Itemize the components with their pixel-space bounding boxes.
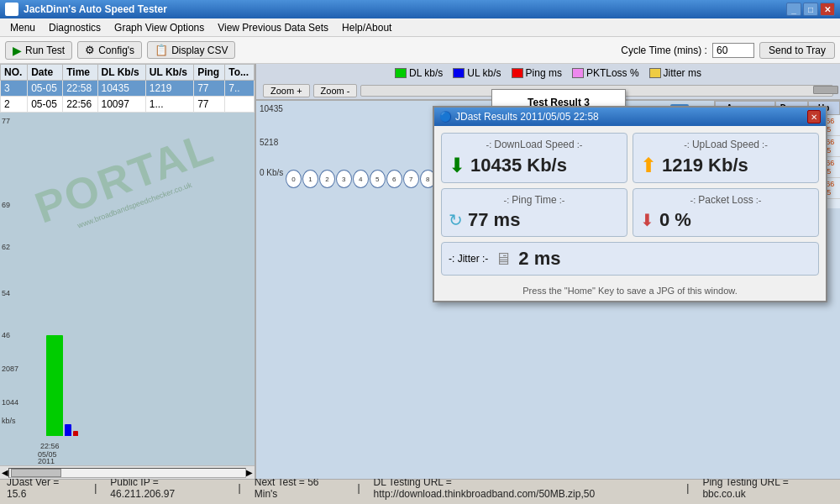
cell-dl: 10435 [97,81,145,97]
bar-ul [65,424,71,436]
cell-dl: 10097 [97,97,145,113]
cell-ping: 77 [194,81,225,97]
app-icon [5,3,18,16]
scroll-left-btn[interactable]: ◀ [2,468,8,477]
y-label-4: 54 [2,289,10,297]
legend-dl: DL kb/s [395,67,443,79]
menu-item-view-previous[interactable]: View Previous Data Sets [211,20,335,35]
status-dl-url: DL Testing URL = http://download.thinkbr… [374,476,674,500]
mini-bars [46,335,78,436]
legend-pkt-color [572,68,584,78]
configs-button[interactable]: ⚙ Config's [77,41,142,59]
menu-item-diagnostics[interactable]: Diagnostics [42,20,108,35]
left-mini-chart: 77 69 62 54 46 2087 1044 kb/s 22:56 05/0… [0,113,255,465]
hour-circle-3: 3 [336,170,352,188]
col-date: Date [28,65,63,81]
col-ul: UL Kb/s [145,65,193,81]
y-label-7: 1044 [2,398,18,407]
legend-pkt: PKTLoss % [572,67,639,79]
status-next-test: Next Test = 56 Min's [255,476,344,500]
csv-icon: 📋 [155,44,168,56]
jdast-pkt-value: 0 % [659,209,691,231]
ping-icon: ↻ [449,210,463,230]
cell-no: 3 [1,81,28,97]
jdast-popup: 🔵 JDast Results 2011/05/05 22:58 ✕ -: Do… [433,106,827,302]
jdast-title: JDast Results 2011/05/05 22:58 [455,111,807,123]
status-ping-url: Ping Testing URL = bbc.co.uk [702,476,833,500]
jdast-ul-value: 1219 Kb/s [662,155,748,176]
table-row[interactable]: 2 05-05 22:56 10097 1... 77 [1,97,255,113]
zoom-scroll-thumb[interactable] [813,86,838,94]
right-panel: Test Result 3 2011-05-05 @ 22:58 DL 1043… [256,64,840,479]
hour-circle-1: 1 [302,170,318,188]
left-panel: NO. Date Time DL Kb/s UL Kb/s Ping To...… [0,64,256,479]
x-label-year: 2011 [38,457,55,465]
jdast-content: -: DownLoad Speed :- ⬇ 10435 Kb/s -: UpL… [434,126,826,282]
jdast-titlebar: 🔵 JDast Results 2011/05/05 22:58 ✕ [434,108,826,126]
zoom-out-button[interactable]: Zoom - [313,84,358,97]
statusbar: JDast Ver = 15.6 | Public IP = 46.211.20… [0,479,840,496]
jdast-pkt-cell: -: Packet Loss :- ⬇ 0 % [633,188,819,237]
y-val-mid: 5218 [260,138,278,147]
legend-ul-label: UL kb/s [467,67,501,79]
run-icon: ▶ [13,44,22,57]
y-label-3: 62 [2,243,10,251]
cell-ul: 1219 [145,81,193,97]
table-row[interactable]: 3 05-05 22:58 10435 1219 77 7.. [1,81,255,97]
legend-pkt-label: PKTLoss % [586,67,639,79]
jdast-dl-value: 10435 Kb/s [470,155,567,176]
app-title: JackDinn's Auto Speed Tester [24,3,167,15]
jdast-pkt-row: ⬇ 0 % [640,209,811,231]
jdast-ping-value: 77 ms [468,209,520,231]
jdast-jitter-value: 2 ms [518,248,560,270]
send-to-tray-button[interactable]: Send to Tray [759,42,835,59]
bar-dl [46,335,63,436]
menu-item-help[interactable]: Help/About [335,20,398,35]
legend-jitter-label: Jitter ms [664,67,701,79]
legend-ping-color [512,68,523,78]
y-val-top: 10435 [260,104,283,113]
download-icon: ⬇ [449,154,465,177]
cell-to [225,97,255,113]
jdast-grid: -: DownLoad Speed :- ⬇ 10435 Kb/s -: UpL… [441,133,819,237]
titlebar: JackDinn's Auto Speed Tester _ □ ✕ [0,0,840,18]
cycle-time-input[interactable] [712,43,754,58]
run-test-button[interactable]: ▶ Run Test [5,41,72,60]
scroll-right-btn[interactable]: ▶ [246,468,253,477]
menu-item-menu[interactable]: Menu [3,20,42,35]
zoom-in-button[interactable]: Zoom + [263,84,310,97]
legend-ping: Ping ms [512,67,562,79]
jdast-close-button[interactable]: ✕ [807,110,821,123]
scroll-thumb[interactable] [11,469,61,477]
left-scrollbar[interactable]: ◀ ▶ [0,465,255,479]
close-button[interactable]: ✕ [820,3,835,16]
col-ping: Ping [194,65,225,81]
jdast-dl-cell: -: DownLoad Speed :- ⬇ 10435 Kb/s [441,133,627,183]
main-area: NO. Date Time DL Kb/s UL Kb/s Ping To...… [0,64,840,479]
hour-circle-2: 2 [319,170,335,188]
hour-circle-4: 4 [353,170,369,188]
col-dl: DL Kb/s [97,65,145,81]
jdast-ul-cell: -: UpLoad Speed :- ⬆ 1219 Kb/s [633,133,819,183]
jdast-icon: 🔵 [439,111,452,123]
jitter-icon: 🖥 [495,249,512,269]
status-version: JDast Ver = 15.6 [7,476,81,500]
jdast-dl-row: ⬇ 10435 Kb/s [449,154,620,177]
legend-dl-color [395,68,407,78]
menu-item-graph-view[interactable]: Graph View Options [108,20,211,35]
scroll-track[interactable] [8,468,246,478]
status-separator4: | [686,482,689,494]
window-controls: _ □ ✕ [786,3,835,16]
cell-date: 05-05 [28,81,63,97]
minimize-button[interactable]: _ [786,3,801,16]
legend-dl-label: DL kb/s [409,67,443,79]
display-csv-button[interactable]: 📋 Display CSV [147,41,235,59]
legend-ul-color [453,68,465,78]
cell-time: 22:58 [63,81,97,97]
jdast-jitter-label: -: Jitter :- [449,253,488,265]
y-label-top: 77 [2,117,10,125]
col-to: To... [225,65,255,81]
maximize-button[interactable]: □ [803,3,818,16]
col-time: Time [63,65,97,81]
configs-label: Config's [98,45,134,56]
